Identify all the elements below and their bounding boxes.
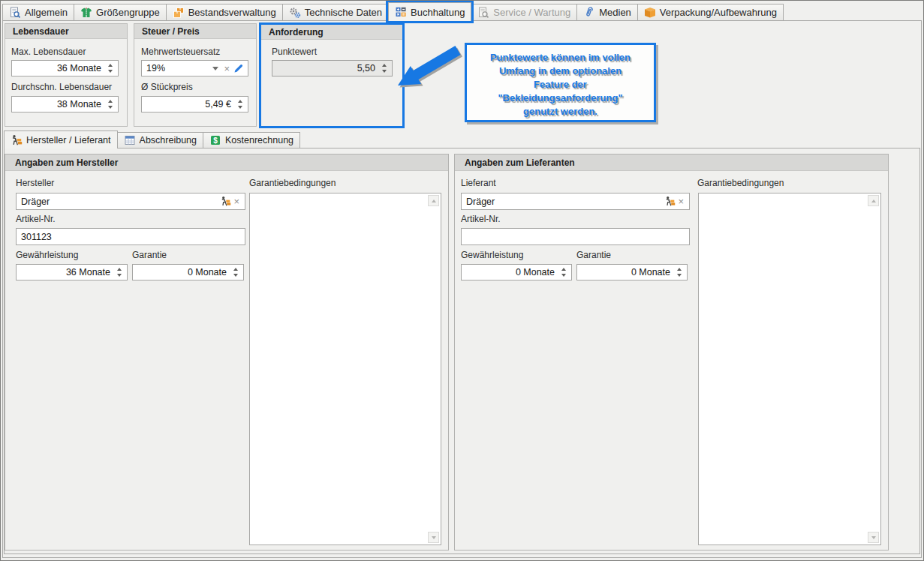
punktewert-spinner: 5,50 [272, 60, 393, 76]
dropdown-arrow-icon[interactable] [212, 67, 218, 70]
subtab-kostenrechnung[interactable]: $ Kostenrechnung [203, 132, 300, 148]
spin-buttons[interactable] [114, 268, 124, 277]
garantiebedingungen-label: Garantiebedingungen [697, 178, 784, 188]
artikel-nr-label: Artikel-Nr. [461, 214, 501, 224]
tab-label: Buchhaltung [411, 7, 465, 18]
spin-buttons [379, 64, 389, 73]
lieferant-label: Lieferant [461, 178, 496, 188]
table-calc-icon [124, 134, 136, 146]
clear-icon[interactable]: × [231, 196, 242, 206]
open-box-icon [644, 7, 656, 19]
tab-label: Technische Daten [305, 7, 382, 18]
scrollbar-down-button[interactable] [868, 532, 879, 543]
spin-buttons[interactable] [235, 100, 245, 109]
spin-buttons[interactable] [105, 64, 115, 73]
garantie-spinner[interactable]: 0 Monate [576, 264, 688, 280]
tab-label: Größengruppe [96, 7, 160, 18]
punktewert-label: Punktewert [272, 46, 317, 57]
tab-medien[interactable]: Medien [576, 4, 638, 21]
paperclip-icon [583, 7, 595, 19]
annotation-callout: Punktewerte können im vollen Umfang in d… [465, 43, 656, 122]
clear-icon[interactable]: × [221, 64, 232, 74]
gewaehrleistung-spinner[interactable]: 36 Monate [16, 264, 128, 280]
group-title: Anforderung [261, 25, 402, 40]
gewaehrleistung-spinner[interactable]: 0 Monate [461, 264, 572, 280]
service-document-icon [477, 7, 489, 19]
hersteller-label: Hersteller [16, 178, 54, 188]
garantiebedingungen-textarea[interactable] [249, 193, 441, 545]
gears-icon [289, 7, 301, 19]
subtab-abschreibung[interactable]: Abschreibung [117, 132, 203, 148]
hand-truck-icon [11, 134, 23, 146]
stacked-boxes-icon [173, 7, 185, 19]
tab-allgemein[interactable]: Allgemein [2, 4, 74, 21]
sub-tab-bar: Hersteller / Lieferant Abschreibung $ Ko… [4, 131, 300, 148]
artikel-nr-input[interactable]: 301123 [16, 228, 245, 245]
tab-label: Allgemein [25, 7, 68, 18]
dollar-icon: $ [209, 134, 221, 146]
hand-truck-lookup-icon[interactable] [220, 196, 231, 207]
gewaehrleistung-label: Gewährleistung [16, 250, 78, 260]
panel-title: Angaben zum Hersteller [5, 154, 448, 171]
size-group-shirt-icon [80, 7, 92, 19]
tab-service-wartung: Service / Wartung [471, 4, 577, 21]
tab-label: Verpackung/Aufbewahrung [660, 7, 777, 18]
group-title: Steuer / Preis [134, 24, 256, 39]
mehrwertsteuersatz-label: Mehrwertsteuersatz [141, 46, 220, 57]
tab-bestandsverwaltung[interactable]: Bestandsverwaltung [166, 4, 283, 21]
garantiebedingungen-label: Garantiebedingungen [249, 178, 336, 188]
artikel-nr-input[interactable] [461, 228, 690, 245]
tab-label: Medien [599, 7, 631, 18]
subtab-hersteller-lieferant[interactable]: Hersteller / Lieferant [4, 130, 118, 148]
svg-text:$: $ [213, 136, 218, 145]
tab-label: Kostenrechnung [225, 135, 293, 146]
group-title: Lebensdauer [5, 24, 127, 39]
garantie-spinner[interactable]: 0 Monate [132, 264, 244, 280]
garantie-label: Garantie [576, 250, 611, 260]
lieferant-lookup-field[interactable]: Dräger × [461, 193, 690, 210]
durchschn-lebensdauer-spinner[interactable]: 38 Monate [11, 96, 119, 112]
stueckpreis-label: Ø Stückpreis [141, 82, 193, 92]
tab-label: Bestandsverwaltung [188, 7, 276, 18]
main-tab-bar: Allgemein Größengruppe Bestandsverwaltun… [2, 2, 784, 21]
annotation-arrow [394, 44, 466, 95]
document-search-icon [9, 7, 21, 19]
tab-groessengruppe[interactable]: Größengruppe [74, 4, 167, 21]
tab-label: Service / Wartung [493, 7, 570, 18]
max-lebensdauer-label: Max. Lebensdauer [11, 46, 86, 57]
calculator-grid-icon [395, 6, 407, 18]
scrollbar-down-button[interactable] [428, 532, 439, 543]
artikel-nr-label: Artikel-Nr. [16, 214, 56, 224]
app-window: Allgemein Größengruppe Bestandsverwaltun… [0, 0, 924, 561]
spin-buttons[interactable] [230, 268, 240, 277]
scrollbar-up-button[interactable] [868, 195, 879, 206]
panel-title: Angaben zum Lieferanten [455, 154, 888, 171]
hand-truck-lookup-icon[interactable] [664, 196, 676, 207]
stueckpreis-spinner[interactable]: 5,49 € [141, 96, 248, 112]
clear-icon[interactable]: × [676, 196, 686, 206]
max-lebensdauer-spinner[interactable]: 36 Monate [11, 60, 119, 76]
tab-verpackung-aufbewahrung[interactable]: Verpackung/Aufbewahrung [637, 4, 784, 21]
spin-buttons[interactable] [105, 100, 115, 109]
spin-buttons[interactable] [674, 268, 684, 277]
edit-pencil-icon[interactable] [233, 63, 245, 74]
hersteller-lookup-field[interactable]: Dräger × [16, 193, 245, 210]
tab-label: Abschreibung [140, 135, 197, 146]
spin-buttons[interactable] [558, 268, 568, 277]
scrollbar-up-button[interactable] [428, 195, 439, 206]
garantiebedingungen-textarea[interactable] [698, 193, 881, 545]
mehrwertsteuersatz-combobox[interactable]: 19% × [141, 60, 248, 76]
garantie-label: Garantie [132, 250, 167, 260]
durchschn-lebensdauer-label: Durchschn. Lebensdauer [11, 82, 112, 92]
tab-buchhaltung[interactable]: Buchhaltung [388, 2, 471, 21]
tab-label: Hersteller / Lieferant [26, 135, 111, 146]
gewaehrleistung-label: Gewährleistung [461, 250, 523, 260]
tab-technische-daten[interactable]: Technische Daten [282, 4, 389, 21]
